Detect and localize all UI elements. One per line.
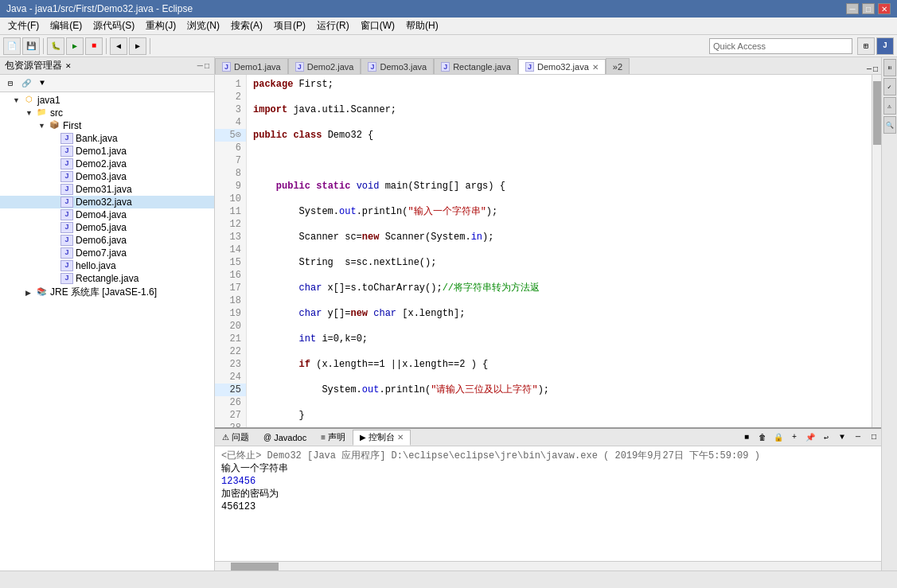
- java-file-icon: J: [60, 146, 73, 157]
- tab-demo2[interactable]: J Demo2.java: [288, 58, 361, 74]
- console-view-menu[interactable]: ▼: [835, 430, 849, 445]
- tab-demo32[interactable]: J Demo32.java ✕: [518, 59, 606, 75]
- outline-view-btn[interactable]: ≡: [883, 59, 896, 76]
- menu-file[interactable]: 文件(F): [3, 18, 44, 34]
- search-view-btn[interactable]: 🔍: [883, 116, 896, 134]
- tree-item-demo32[interactable]: J Demo32.java: [0, 196, 214, 208]
- tab-declaration[interactable]: ≡ 声明: [314, 430, 353, 446]
- back-button[interactable]: ◀: [110, 37, 127, 55]
- tree-item-src[interactable]: ▼ 📁 src: [0, 107, 214, 119]
- java-file-icon: J: [60, 273, 73, 284]
- java-file-icon: J: [60, 209, 73, 220]
- menu-navigate[interactable]: 浏览(N): [182, 18, 224, 34]
- tree-item-demo6[interactable]: J Demo6.java: [0, 234, 214, 247]
- console-scroll-lock-btn[interactable]: 🔒: [771, 430, 786, 445]
- java-file-icon: J: [60, 222, 73, 233]
- menu-project[interactable]: 项目(P): [269, 18, 310, 34]
- tab-rectangle[interactable]: J Rectangle.java: [434, 58, 518, 74]
- tab-javadoc[interactable]: @ Javadoc: [256, 430, 314, 446]
- tree-item-demo3[interactable]: J Demo3.java: [0, 170, 214, 183]
- code-text[interactable]: package First; import java.util.Scanner;…: [247, 75, 872, 427]
- pkg-toolbar: ⊟ 🔗 ▼: [0, 75, 214, 92]
- console-word-wrap-btn[interactable]: ↩: [819, 430, 833, 445]
- stop-button[interactable]: ■: [85, 37, 103, 55]
- pkg-minimize[interactable]: ─: [197, 61, 203, 70]
- close-button[interactable]: ✕: [878, 3, 891, 14]
- code-editor[interactable]: 1 2 3 4 5⊙ 6 7 8 9 10 11 12 13 14: [215, 75, 881, 427]
- menu-run[interactable]: 运行(R): [312, 18, 354, 34]
- editor-minimize-btn[interactable]: ─: [867, 65, 872, 74]
- console-tab-close[interactable]: ✕: [397, 433, 404, 442]
- console-scrollbar-thumb[interactable]: [231, 563, 279, 570]
- pkg-menu[interactable]: ▼: [35, 76, 49, 91]
- menu-help[interactable]: 帮助(H): [401, 18, 443, 34]
- toolbar-sep-1: [43, 38, 44, 54]
- editor-maximize-btn[interactable]: □: [873, 65, 878, 74]
- java-file-icon: J: [60, 158, 73, 169]
- javadoc-icon: @: [263, 433, 271, 442]
- console-line-1: 输入一个字符串: [221, 462, 875, 475]
- tab-problems[interactable]: ⚠ 问题: [215, 430, 256, 446]
- window-controls[interactable]: ─ □ ✕: [846, 3, 891, 14]
- tree-item-first[interactable]: ▼ 📦 First: [0, 119, 214, 132]
- tree-item-jre[interactable]: ▶ 📚 JRE 系统库 [JavaSE-1.6]: [0, 285, 214, 300]
- bottom-tabs-row: ⚠ 问题 @ Javadoc ≡ 声明 ▶ 控制台 ✕: [215, 429, 881, 446]
- bottom-panel: ⚠ 问题 @ Javadoc ≡ 声明 ▶ 控制台 ✕: [215, 427, 881, 570]
- tree-item-demo7[interactable]: J Demo7.java: [0, 247, 214, 259]
- perspective-button[interactable]: ⊞: [857, 37, 875, 55]
- console-icon: ▶: [360, 433, 366, 442]
- console-content[interactable]: <已终止> Demo32 [Java 应用程序] D:\eclipse\ecli…: [215, 446, 881, 561]
- java-file-icon: J: [60, 235, 73, 246]
- save-button[interactable]: 💾: [22, 37, 40, 55]
- minimize-button[interactable]: ─: [846, 3, 859, 14]
- console-new-btn[interactable]: +: [787, 430, 801, 445]
- jre-icon: 📚: [35, 287, 48, 298]
- forward-button[interactable]: ▶: [129, 37, 146, 55]
- debug-button[interactable]: 🐛: [47, 37, 64, 55]
- tab-demo3[interactable]: J Demo3.java: [361, 58, 434, 74]
- console-scrollbar[interactable]: [215, 561, 881, 570]
- console-pin-btn[interactable]: 📌: [803, 430, 817, 445]
- menu-search[interactable]: 搜索(A): [226, 18, 267, 34]
- pkg-collapse-all[interactable]: ⊟: [3, 76, 18, 91]
- new-button[interactable]: 📄: [3, 37, 21, 55]
- package-explorer: 包资源管理器 ✕ ─ □ ⊟ 🔗 ▼ ▼ ⬡ java1: [0, 57, 215, 570]
- maximize-button[interactable]: □: [862, 3, 875, 14]
- scrollbar-thumb[interactable]: [873, 81, 881, 145]
- quick-access-input[interactable]: Quick Access: [709, 38, 852, 54]
- bottom-maximize[interactable]: □: [867, 430, 881, 445]
- tree-item-demo5[interactable]: J Demo5.java: [0, 221, 214, 234]
- line-numbers: 1 2 3 4 5⊙ 6 7 8 9 10 11 12 13 14: [215, 75, 247, 427]
- task-list-btn[interactable]: ✓: [883, 78, 896, 95]
- tree-item-demo1[interactable]: J Demo1.java: [0, 145, 214, 158]
- tree-item-rectangle[interactable]: J Rectangle.java: [0, 272, 214, 285]
- tree-item-demo31[interactable]: J Demo31.java: [0, 183, 214, 196]
- tab-console[interactable]: ▶ 控制台 ✕: [353, 430, 411, 446]
- problems-view-btn[interactable]: ⚠: [883, 97, 896, 115]
- pkg-link-editor[interactable]: 🔗: [19, 76, 33, 91]
- tree-item-demo2[interactable]: J Demo2.java: [0, 158, 214, 170]
- tab-close-icon[interactable]: ✕: [592, 63, 599, 72]
- pkg-close-icon: ✕: [65, 62, 72, 70]
- menu-refactor[interactable]: 重构(J): [141, 18, 181, 34]
- run-button[interactable]: ▶: [66, 37, 84, 55]
- bottom-toolbar: ■ 🗑 🔒 + 📌 ↩ ▼ ─ □: [739, 430, 881, 445]
- pkg-maximize[interactable]: □: [205, 61, 209, 70]
- tree-item-bank[interactable]: J Bank.java: [0, 132, 214, 145]
- toolbar: 📄 💾 🐛 ▶ ■ ◀ ▶ Quick Access ⊞ J: [0, 35, 897, 57]
- tree-item-hello[interactable]: J hello.java: [0, 259, 214, 272]
- tree-item-demo4[interactable]: J Demo4.java: [0, 208, 214, 221]
- editor-scrollbar[interactable]: [872, 75, 881, 427]
- java-perspective[interactable]: J: [876, 37, 894, 55]
- menu-source[interactable]: 源代码(S): [88, 18, 139, 34]
- tree-item-java1[interactable]: ▼ ⬡ java1: [0, 94, 214, 107]
- java-file-icon: J: [60, 197, 73, 208]
- menu-window[interactable]: 窗口(W): [356, 18, 400, 34]
- tab-demo1[interactable]: J Demo1.java: [215, 58, 288, 74]
- tab-overflow[interactable]: »2: [606, 58, 630, 74]
- console-stop-btn[interactable]: ■: [739, 430, 754, 445]
- console-sys-line: <已终止> Demo32 [Java 应用程序] D:\eclipse\ecli…: [221, 450, 875, 462]
- bottom-minimize[interactable]: ─: [851, 430, 865, 445]
- menu-edit[interactable]: 编辑(E): [45, 18, 87, 34]
- console-clear-btn[interactable]: 🗑: [755, 430, 770, 445]
